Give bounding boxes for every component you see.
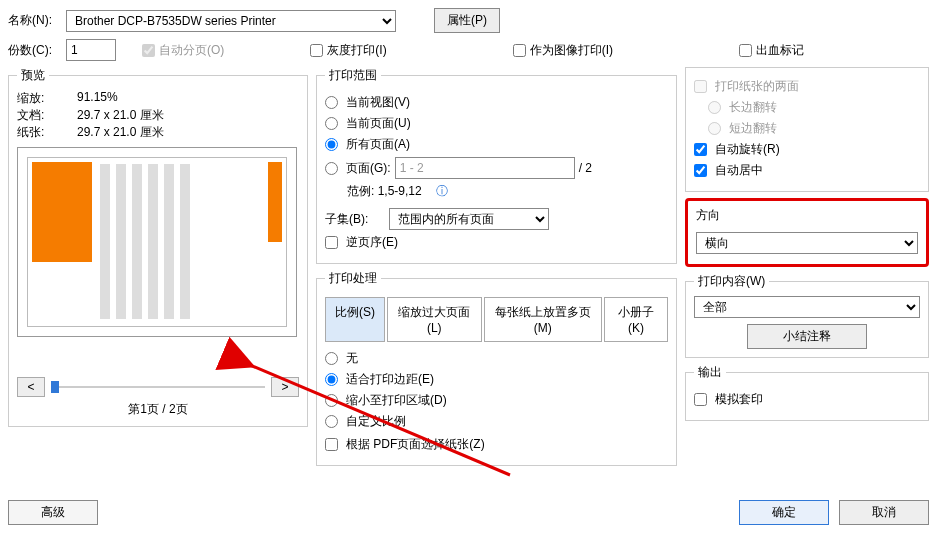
choose-paper-checkbox[interactable] — [325, 438, 338, 451]
doc-label: 文档: — [17, 107, 77, 124]
bleed-checkbox[interactable] — [739, 44, 752, 57]
all-pages-label: 所有页面(A) — [346, 136, 410, 153]
trapping-checkbox[interactable] — [694, 393, 707, 406]
ok-button[interactable]: 确定 — [739, 500, 829, 525]
paper-label: 纸张: — [17, 124, 77, 141]
content-legend: 打印内容(W) — [694, 273, 769, 290]
all-pages-radio[interactable] — [325, 138, 338, 151]
duplex-group: 打印纸张的两面 长边翻转 短边翻转 自动旋转(R) 自动居中 — [685, 67, 929, 192]
flip-long-label: 长边翻转 — [729, 99, 777, 116]
tab-tile[interactable]: 缩放过大页面(L) — [387, 297, 482, 342]
handling-legend: 打印处理 — [325, 270, 381, 287]
collate-option: 自动分页(O) — [142, 42, 224, 59]
print-handling-group: 打印处理 比例(S) 缩放过大页面(L) 每张纸上放置多页(M) 小册子(K) … — [316, 270, 677, 466]
prev-page-button[interactable]: < — [17, 377, 45, 397]
pages-input[interactable] — [395, 157, 575, 179]
page-indicator: 第1页 / 2页 — [17, 401, 299, 418]
print-range-group: 打印范围 当前视图(V) 当前页面(U) 所有页面(A) 页面(G): / 2 … — [316, 67, 677, 264]
scale-fit-radio[interactable] — [325, 373, 338, 386]
tab-booklet[interactable]: 小册子(K) — [604, 297, 668, 342]
current-page-label: 当前页面(U) — [346, 115, 411, 132]
duplex-label: 打印纸张的两面 — [715, 78, 799, 95]
next-page-button[interactable]: > — [271, 377, 299, 397]
as-image-checkbox[interactable] — [513, 44, 526, 57]
auto-rotate-checkbox[interactable] — [694, 143, 707, 156]
name-label: 名称(N): — [8, 12, 58, 29]
duplex-checkbox — [694, 80, 707, 93]
preview-legend: 预览 — [17, 67, 49, 84]
collate-checkbox — [142, 44, 155, 57]
page-slider[interactable] — [51, 386, 265, 388]
orientation-select[interactable]: 横向 — [696, 232, 918, 254]
scale-custom-radio[interactable] — [325, 415, 338, 428]
cancel-button[interactable]: 取消 — [839, 500, 929, 525]
scale-shrink-label: 缩小至打印区域(D) — [346, 392, 447, 409]
grayscale-option[interactable]: 灰度打印(I) — [310, 42, 386, 59]
pages-label: 页面(G): — [346, 160, 391, 177]
flip-short-label: 短边翻转 — [729, 120, 777, 137]
scale-shrink-radio[interactable] — [325, 394, 338, 407]
advanced-button[interactable]: 高级 — [8, 500, 98, 525]
preview-group: 预览 缩放:91.15% 文档:29.7 x 21.0 厘米 纸张:29.7 x… — [8, 67, 308, 427]
auto-center-label: 自动居中 — [715, 162, 763, 179]
orientation-highlight: 方向 横向 — [685, 198, 929, 267]
subset-label: 子集(B): — [325, 211, 385, 228]
reverse-label: 逆页序(E) — [346, 234, 398, 251]
preview-thumbnail: Foxit — [17, 147, 297, 337]
print-content-group: 打印内容(W) 全部 小结注释 — [685, 273, 929, 358]
as-image-option[interactable]: 作为图像打印(I) — [513, 42, 613, 59]
orientation-legend: 方向 — [696, 207, 918, 224]
content-select[interactable]: 全部 — [694, 296, 920, 318]
auto-center-checkbox[interactable] — [694, 164, 707, 177]
copies-input[interactable] — [66, 39, 116, 61]
properties-button[interactable]: 属性(P) — [434, 8, 500, 33]
scale-fit-label: 适合打印边距(E) — [346, 371, 434, 388]
range-legend: 打印范围 — [325, 67, 381, 84]
printer-select[interactable]: Brother DCP-B7535DW series Printer — [66, 10, 396, 32]
scale-custom-label: 自定义比例 — [346, 413, 406, 430]
current-view-radio[interactable] — [325, 96, 338, 109]
brand-text: Foxit — [34, 296, 45, 320]
auto-rotate-label: 自动旋转(R) — [715, 141, 780, 158]
zoom-label: 缩放: — [17, 90, 77, 107]
pages-total: / 2 — [579, 161, 592, 175]
current-page-radio[interactable] — [325, 117, 338, 130]
reverse-checkbox[interactable] — [325, 236, 338, 249]
range-example: 范例: 1,5-9,12 — [347, 183, 422, 200]
flip-short-radio — [708, 122, 721, 135]
trapping-label: 模拟套印 — [715, 391, 763, 408]
current-view-label: 当前视图(V) — [346, 94, 410, 111]
doc-value: 29.7 x 21.0 厘米 — [77, 107, 164, 124]
info-icon[interactable]: ⓘ — [436, 183, 448, 200]
copies-label: 份数(C): — [8, 42, 58, 59]
scale-none-label: 无 — [346, 350, 358, 367]
grayscale-checkbox[interactable] — [310, 44, 323, 57]
scale-none-radio[interactable] — [325, 352, 338, 365]
flip-long-radio — [708, 101, 721, 114]
choose-paper-label: 根据 PDF页面选择纸张(Z) — [346, 436, 485, 453]
paper-value: 29.7 x 21.0 厘米 — [77, 124, 164, 141]
output-legend: 输出 — [694, 364, 726, 381]
bleed-option[interactable]: 出血标记 — [739, 42, 804, 59]
subset-select[interactable]: 范围内的所有页面 — [389, 208, 549, 230]
zoom-value: 91.15% — [77, 90, 118, 107]
tab-scale[interactable]: 比例(S) — [325, 297, 385, 342]
summary-comments-button[interactable]: 小结注释 — [747, 324, 867, 349]
pages-radio[interactable] — [325, 162, 338, 175]
output-group: 输出 模拟套印 — [685, 364, 929, 421]
tab-multiple[interactable]: 每张纸上放置多页(M) — [484, 297, 603, 342]
